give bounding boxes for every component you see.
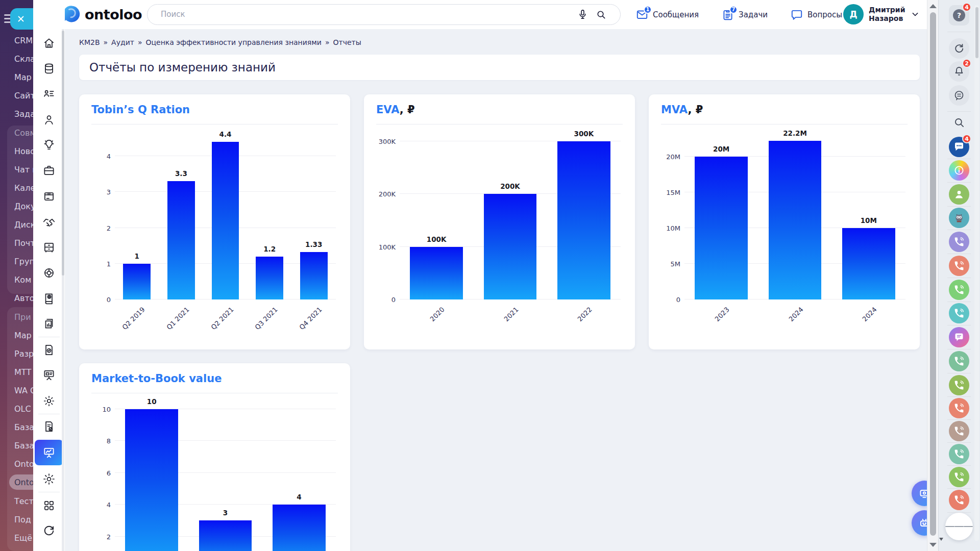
drawer-item[interactable]: Разр xyxy=(14,349,34,360)
drawer-item[interactable]: При xyxy=(14,312,31,323)
right-rail-sync[interactable] xyxy=(949,38,969,59)
main-scrollbar[interactable] xyxy=(927,0,938,551)
bar[interactable] xyxy=(695,157,748,299)
drawer-item[interactable]: Сайт xyxy=(14,91,35,102)
bar[interactable] xyxy=(557,141,610,299)
bar[interactable] xyxy=(212,142,239,299)
right-scroll-down-arrow[interactable] xyxy=(939,538,943,541)
bar[interactable] xyxy=(199,520,252,551)
drawer-item[interactable]: Ново xyxy=(14,146,35,158)
nav-item-questions[interactable]: Вопросы xyxy=(790,8,842,21)
sidebar-item-refresh[interactable] xyxy=(38,519,60,542)
right-rail-call-9[interactable] xyxy=(949,444,969,464)
sidebar-item-ideas[interactable] xyxy=(38,134,60,156)
right-rail-notifications[interactable]: 2 xyxy=(949,61,969,82)
scroll-down-arrow[interactable] xyxy=(929,543,937,547)
drawer-item[interactable]: Доку xyxy=(14,202,35,213)
drawer-item[interactable]: CRM xyxy=(14,36,33,47)
breadcrumb-item[interactable]: Отчеты xyxy=(333,38,361,46)
sidebar-item-clients[interactable] xyxy=(38,109,60,131)
right-rail-call-1[interactable] xyxy=(949,232,969,252)
right-rail-owl-assistant[interactable] xyxy=(949,208,969,228)
drawer-item[interactable]: Диск xyxy=(14,220,35,231)
right-rail-call-6[interactable] xyxy=(949,375,969,395)
drawer-item[interactable]: База xyxy=(14,422,34,434)
drawer-item[interactable]: База xyxy=(14,441,34,452)
sidebar-item-apps[interactable] xyxy=(38,494,60,517)
search-input[interactable] xyxy=(161,5,559,24)
bar[interactable] xyxy=(842,228,895,299)
right-rail-dialogs[interactable] xyxy=(949,85,969,106)
right-rail-call-11[interactable] xyxy=(949,490,969,510)
drawer-item[interactable]: Ком xyxy=(14,275,31,286)
right-rail-call-5[interactable] xyxy=(949,351,969,371)
right-rail-call-3[interactable] xyxy=(949,280,969,300)
sidebar-item-home[interactable] xyxy=(38,32,60,55)
sidebar-item-support[interactable] xyxy=(38,262,60,284)
drawer-item[interactable]: Onto xyxy=(14,478,34,489)
right-rail-help[interactable]: ?4 xyxy=(949,5,969,26)
right-rail-call-10[interactable] xyxy=(949,467,969,487)
bar[interactable] xyxy=(256,257,283,299)
sidebar-item-settings[interactable] xyxy=(38,468,60,490)
sidebar-item-compliance[interactable] xyxy=(38,339,60,361)
drawer-item[interactable]: Ещё xyxy=(14,533,32,544)
sidebar-item-knowledge-base[interactable] xyxy=(38,287,60,310)
right-rail-call-2[interactable] xyxy=(949,256,969,276)
nav-item-tasks[interactable]: 7Задачи xyxy=(721,8,768,21)
right-rail-scrollbar[interactable] xyxy=(974,5,979,541)
bar[interactable] xyxy=(410,247,463,299)
sidebar-item-automation[interactable] xyxy=(38,390,60,412)
search-icon[interactable] xyxy=(595,9,607,20)
sidebar-item-document-check[interactable] xyxy=(38,415,60,438)
right-rail-call-7[interactable] xyxy=(949,398,969,418)
right-rail-group-chat[interactable]: 4 xyxy=(949,137,969,157)
drawer-item[interactable]: WA C xyxy=(14,386,36,397)
drawer-item[interactable]: Под xyxy=(14,515,31,526)
scrollbar-thumb[interactable] xyxy=(930,12,936,536)
sidebar-item-database[interactable] xyxy=(38,58,60,80)
bar[interactable] xyxy=(484,194,537,299)
sidebar-item-reports[interactable] xyxy=(38,312,60,335)
drawer-item[interactable]: Мар xyxy=(14,72,32,84)
right-rail-search[interactable] xyxy=(949,112,969,133)
bar[interactable] xyxy=(123,264,151,299)
drawer-item[interactable]: Мар xyxy=(14,331,32,342)
drawer-item[interactable]: Onto xyxy=(14,459,34,470)
app-logo[interactable]: ontoloo xyxy=(61,5,142,24)
right-rail-info[interactable] xyxy=(949,160,969,181)
drawer-item[interactable]: Почт xyxy=(14,238,35,249)
breadcrumb-item[interactable]: КМ2В xyxy=(79,38,100,46)
right-rail-call-4[interactable] xyxy=(949,303,969,323)
bar[interactable] xyxy=(273,505,326,551)
bar[interactable] xyxy=(167,181,195,299)
breadcrumb-item[interactable]: Аудит xyxy=(111,38,134,46)
sidebar-item-analytics[interactable] xyxy=(35,440,63,465)
breadcrumb-item[interactable]: Оценка эффективности управления знаниями xyxy=(145,38,321,46)
drawer-item[interactable]: Кале xyxy=(14,183,35,194)
user-menu[interactable]: Д Дмитрий Назаров xyxy=(843,4,920,24)
bar[interactable] xyxy=(769,141,822,299)
sidebar-item-products[interactable] xyxy=(38,185,60,207)
bar[interactable] xyxy=(300,252,328,299)
sidebar-item-presentation[interactable] xyxy=(38,364,60,386)
microphone-icon[interactable] xyxy=(577,9,589,20)
drawer-item[interactable]: OLC xyxy=(14,404,31,415)
nav-item-messages[interactable]: 1Сообщения xyxy=(635,8,699,21)
sidebar-item-org-structure[interactable] xyxy=(38,83,60,106)
rail-scrollbar[interactable] xyxy=(62,29,64,551)
sidebar-item-projects[interactable] xyxy=(38,159,60,182)
right-rail-profile[interactable] xyxy=(949,184,969,205)
drawer-item[interactable]: Тест xyxy=(14,496,34,508)
drawer-item[interactable]: Скла xyxy=(14,54,35,65)
sidebar-item-archive[interactable] xyxy=(38,236,60,259)
scroll-up-arrow[interactable] xyxy=(929,4,937,8)
drawer-item[interactable]: Авто xyxy=(14,293,34,305)
drawer-item[interactable]: Зада xyxy=(14,109,35,120)
drawer-item[interactable]: Груп xyxy=(14,257,35,268)
bar[interactable] xyxy=(125,409,178,551)
sidebar-item-partners[interactable] xyxy=(38,211,60,233)
right-rail-call-8[interactable] xyxy=(949,421,969,441)
right-rail-menu-button[interactable] xyxy=(945,513,973,540)
drawer-item[interactable]: МТТ xyxy=(14,367,31,379)
